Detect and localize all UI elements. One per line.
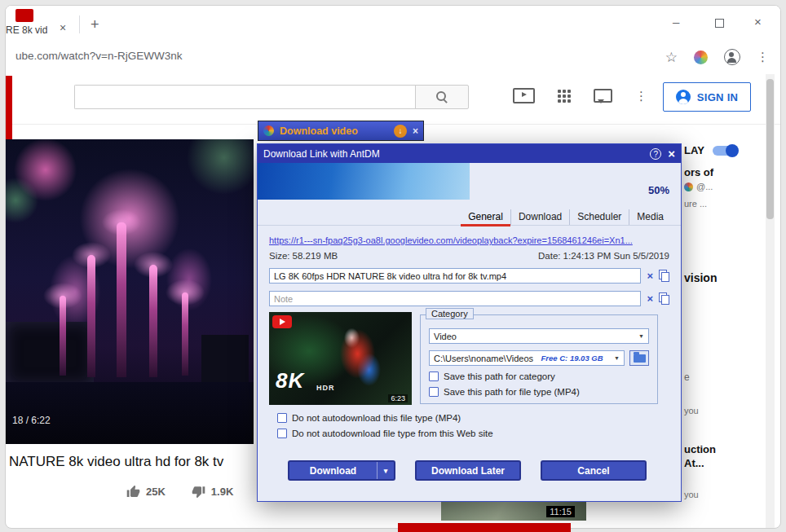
chevron-down-icon: ▼: [614, 355, 620, 361]
download-button[interactable]: Download ▾: [288, 460, 395, 481]
tab-general[interactable]: General: [461, 209, 510, 226]
progress-fill: [258, 163, 470, 200]
more-options-icon[interactable]: ⋮: [635, 89, 647, 103]
path-value: C:\Users\noname\Videos: [434, 354, 533, 363]
no-autodownload-type-row: Do not autodownload this file type (MP4): [277, 413, 461, 423]
save-path-select[interactable]: C:\Users\noname\Videos Free C: 19.03 GB …: [429, 350, 625, 366]
download-later-button[interactable]: Download Later: [415, 460, 521, 481]
cancel-button[interactable]: Cancel: [541, 460, 647, 481]
create-video-icon[interactable]: [513, 88, 535, 103]
new-tab-button[interactable]: +: [91, 16, 99, 33]
copy-note-icon[interactable]: [659, 292, 669, 305]
thumb-down-icon: [192, 485, 205, 499]
tab-divider: [79, 15, 80, 33]
url-text[interactable]: ube.com/watch?v=n-RjGEWW3nk: [15, 50, 182, 62]
free-space-text: Free C: 19.03 GB: [541, 354, 607, 363]
dialog-tabs: General Download Scheduler Media: [258, 209, 681, 226]
badge-close-icon[interactable]: ×: [413, 125, 418, 137]
search-icon: [435, 90, 448, 103]
file-meta-row: Size:58.219 MB Date:1:24:13 PM Sun 5/5/2…: [269, 251, 669, 261]
water-reflection: [6, 382, 254, 444]
category-select[interactable]: Video ▼: [429, 328, 649, 344]
checkbox-label: Save this path for file type (MP4): [444, 387, 580, 397]
autoplay-toggle[interactable]: [713, 146, 737, 156]
sign-in-button[interactable]: SIGN IN: [663, 82, 751, 112]
no-autodownload-type-checkbox[interactable]: [277, 413, 287, 423]
left-red-strip: [6, 76, 12, 141]
page-scrollbar[interactable]: [766, 74, 775, 528]
header-icons: ⋮: [513, 88, 647, 103]
clear-note-icon[interactable]: ×: [647, 293, 653, 304]
supertree: [117, 222, 126, 377]
buildings-silhouette: [6, 322, 94, 385]
download-options-caret[interactable]: ▾: [377, 462, 394, 479]
screen: { "icons": { "close": "×", "clear": "×",…: [0, 0, 786, 532]
tab-media[interactable]: Media: [629, 209, 671, 225]
note-input[interactable]: [269, 291, 641, 306]
browser-menu-icon[interactable]: ⋮: [757, 50, 769, 64]
dialog-titlebar[interactable]: Download Link with AntDM ? ×: [258, 144, 681, 163]
maximize-button[interactable]: [715, 19, 724, 28]
checkbox-label: Save this path for category: [444, 372, 555, 381]
person-icon: [676, 90, 691, 104]
sidebar-text-fragment: ure ...: [684, 199, 707, 209]
download-button-label: Download: [289, 465, 377, 477]
sidebar-text-fragment: At...: [684, 457, 704, 469]
download-url-link[interactable]: https://r1---sn-fpaq25g3-oa8l.googlevide…: [269, 235, 669, 245]
filename-row: ×: [269, 268, 669, 284]
tab-scheduler[interactable]: Scheduler: [569, 209, 629, 225]
help-icon[interactable]: ?: [650, 148, 661, 160]
save-path-category-checkbox[interactable]: [429, 372, 439, 381]
file-date: Date:1:24:13 PM Sun 5/5/2019: [538, 251, 669, 261]
thumb-8k-text: 8K: [276, 368, 304, 394]
tab-close-icon[interactable]: ×: [60, 22, 66, 33]
filename-input[interactable]: [269, 268, 641, 284]
messages-icon[interactable]: [594, 89, 612, 103]
tab-download[interactable]: Download: [510, 209, 569, 225]
dialog-close-icon[interactable]: ×: [668, 147, 675, 160]
no-autodownload-site-row: Do not autodownload file type from this …: [277, 429, 493, 438]
bookmark-star-icon[interactable]: ☆: [665, 49, 678, 66]
window-close-button[interactable]: ×: [754, 15, 762, 29]
antdm-dialog: Download Link with AntDM ? × 50% General…: [257, 143, 682, 502]
dislike-button[interactable]: 1.9K: [192, 485, 233, 499]
like-button[interactable]: 25K: [126, 485, 166, 499]
download-video-badge[interactable]: Download video ↓ ×: [258, 121, 424, 141]
dialog-main-row: 8K HDR 6:23 Category Video ▼ C:\Users\no…: [269, 312, 658, 408]
thumb-up-icon: [126, 485, 140, 499]
checkbox-label: Do not autodownload this file type (MP4): [292, 413, 461, 423]
video-player[interactable]: 18 / 6:22: [6, 139, 254, 444]
browse-folder-button[interactable]: [629, 350, 649, 366]
copy-filename-icon[interactable]: [659, 270, 669, 282]
progress-percent: 50%: [648, 184, 669, 196]
download-progress-bar: 50%: [258, 163, 681, 200]
save-path-filetype-checkbox[interactable]: [429, 387, 439, 397]
no-autodownload-site-checkbox[interactable]: [277, 429, 287, 438]
supertree: [60, 296, 66, 376]
category-value: Video: [434, 332, 457, 341]
search-input[interactable]: [75, 86, 416, 108]
youtube-header: ⋮ SIGN IN: [6, 73, 780, 125]
file-size: Size:58.219 MB: [269, 251, 338, 261]
search-button[interactable]: [415, 85, 469, 109]
thumb-duration: 6:23: [388, 394, 408, 402]
sidebar-text-fragment: e: [684, 372, 690, 383]
browser-tab[interactable]: RE 8k vid ×: [6, 6, 81, 40]
clear-filename-icon[interactable]: ×: [647, 270, 653, 281]
extension-icon[interactable]: [694, 51, 708, 64]
sidebar-text-fragment: uction: [684, 443, 716, 455]
sign-in-label: SIGN IN: [697, 91, 739, 103]
tab-bar: RE 8k vid × + – ×: [6, 6, 780, 40]
save-path-category-row: Save this path for category: [429, 372, 649, 381]
download-circle-icon[interactable]: ↓: [394, 125, 407, 138]
player-time: 18 / 6:22: [12, 415, 51, 426]
sidebar-text-fragment: you: [684, 490, 699, 499]
autoplay-label: LAY: [684, 144, 704, 156]
supertree: [182, 292, 188, 376]
supertree: [149, 265, 157, 377]
dialog-buttons: Download ▾ Download Later Cancel: [288, 460, 647, 481]
profile-icon[interactable]: [724, 49, 740, 65]
minimize-button[interactable]: –: [673, 15, 679, 29]
scrollbar-thumb[interactable]: [766, 79, 774, 219]
apps-grid-icon[interactable]: [558, 90, 571, 103]
